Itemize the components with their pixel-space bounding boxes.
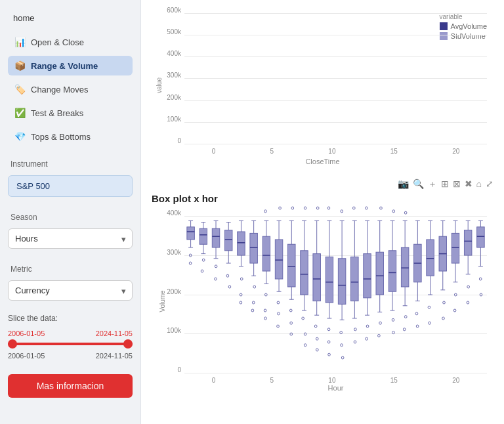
toolbar-zoom-icon[interactable]: 🔍: [413, 179, 424, 190]
date-end-red: 2024-11-05: [96, 329, 133, 337]
bar-chart-container: variable AvgVolume StdVolume value 600k …: [152, 7, 494, 165]
svg-point-97: [327, 207, 330, 209]
svg-point-59: [278, 312, 280, 315]
svg-rect-185: [477, 227, 485, 247]
svg-point-87: [316, 349, 318, 351]
svg-rect-134: [388, 251, 396, 291]
instrument-value[interactable]: S&P 500: [8, 175, 133, 197]
range-slider-track[interactable]: [8, 343, 133, 345]
date-range-values: 2006-01-05 2024-11-05: [8, 352, 133, 360]
svg-point-69: [290, 333, 293, 335]
sidebar: home 📊 Open & Close 📦 Range & Volume 🏷️ …: [0, 0, 141, 424]
svg-point-130: [380, 207, 383, 209]
svg-rect-31: [238, 232, 245, 255]
toolbar-plus-icon[interactable]: ＋: [428, 179, 437, 190]
svg-point-138: [392, 210, 395, 213]
svg-point-152: [415, 312, 418, 315]
svg-rect-126: [376, 252, 384, 295]
svg-point-42: [252, 301, 255, 304]
toolbar-home-icon[interactable]: ⌂: [476, 179, 482, 190]
legend-label-std: StdVolume: [451, 32, 486, 40]
svg-point-58: [277, 301, 280, 304]
svg-point-104: [341, 344, 343, 347]
svg-rect-74: [301, 251, 308, 295]
svg-point-114: [352, 207, 355, 209]
box-chart-x-title: Hour: [184, 384, 487, 392]
legend-color-avg: [440, 22, 448, 30]
svg-point-153: [416, 325, 419, 328]
svg-point-19: [215, 265, 217, 268]
box-chart-toolbar: 📷 🔍 ＋ ⊞ ⊠ ✖ ⌂ ⤢: [152, 179, 494, 190]
sidebar-home-label: home: [8, 11, 133, 26]
svg-point-85: [314, 325, 317, 328]
metric-select-wrapper: Currency Percent Points: [8, 280, 133, 301]
sidebar-item-range-volume[interactable]: 📦 Range & Volume: [8, 56, 133, 75]
svg-point-128: [379, 322, 382, 324]
sidebar-item-change-moves[interactable]: 🏷️ Change Moves: [8, 79, 133, 99]
toolbar-expand-icon[interactable]: ⤢: [486, 179, 494, 190]
mas-informacion-button[interactable]: Mas informacion: [8, 374, 133, 398]
range-volume-icon: 📦: [14, 60, 26, 71]
legend-title: variable: [440, 13, 487, 20]
legend-color-std: [440, 32, 448, 40]
date-start-red: 2006-01-05: [8, 329, 45, 337]
svg-point-13: [201, 270, 203, 272]
range-slider-fill: [8, 343, 133, 345]
bar-chart-legend: variable AvgVolume StdVolume: [440, 13, 487, 42]
svg-point-26: [226, 274, 229, 277]
svg-point-129: [378, 334, 381, 337]
svg-rect-56: [275, 240, 283, 279]
slice-label: Slice the data:: [8, 314, 133, 323]
change-moves-icon: 🏷️: [14, 84, 26, 95]
season-select[interactable]: Hours Days Weeks Months: [8, 228, 133, 249]
svg-point-60: [277, 325, 280, 328]
svg-point-144: [404, 316, 407, 318]
svg-rect-118: [364, 254, 371, 298]
box-plot-area: Volume 400k 300k 200k 100k 0: [152, 209, 494, 393]
svg-point-94: [327, 328, 330, 331]
svg-point-112: [354, 328, 357, 331]
svg-point-160: [429, 322, 431, 324]
box-chart-container: Box plot x hor Volume 400k 300k 200k 100…: [152, 193, 494, 393]
svg-point-106: [341, 210, 343, 213]
svg-point-12: [202, 259, 205, 261]
sidebar-item-tops-bottoms[interactable]: 💎 Tops & Bottoms: [8, 127, 133, 146]
svg-rect-92: [326, 257, 333, 303]
sidebar-item-open-close-label: Open & Close: [31, 37, 84, 47]
toolbar-camera-icon[interactable]: 📷: [398, 179, 409, 190]
legend-item-avgvolume: AvgVolume: [440, 22, 487, 30]
tops-bottoms-icon: 💎: [14, 131, 26, 142]
svg-point-49: [264, 293, 267, 296]
range-slider-thumb-right[interactable]: [123, 339, 133, 349]
legend-label-avg: AvgVolume: [451, 22, 487, 30]
svg-point-180: [467, 286, 470, 288]
svg-point-145: [403, 328, 406, 331]
svg-point-68: [290, 322, 293, 324]
range-slider-thumb-left[interactable]: [8, 339, 17, 349]
svg-point-86: [316, 337, 318, 340]
sidebar-item-test-breaks-label: Test & Breaks: [31, 108, 83, 118]
sidebar-item-range-volume-label: Range & Volume: [31, 61, 98, 71]
svg-point-50: [264, 309, 266, 312]
svg-point-120: [366, 325, 369, 328]
svg-point-96: [328, 353, 331, 356]
metric-select[interactable]: Currency Percent Points: [8, 280, 133, 301]
svg-point-78: [304, 344, 306, 347]
toolbar-select-icon[interactable]: ⊠: [453, 179, 461, 190]
toolbar-box-icon[interactable]: ⊞: [441, 179, 449, 190]
svg-point-167: [442, 317, 445, 320]
svg-point-6: [189, 262, 192, 265]
svg-point-173: [454, 293, 457, 296]
svg-rect-171: [452, 233, 459, 263]
svg-point-188: [480, 293, 482, 296]
box-plot-y-axis: 400k 300k 200k 100k 0: [152, 209, 184, 373]
sidebar-item-test-breaks[interactable]: ✅ Test & Breaks: [8, 103, 133, 123]
season-section-label: Season: [8, 213, 133, 222]
svg-point-41: [253, 286, 256, 288]
sidebar-item-open-close[interactable]: 📊 Open & Close: [8, 32, 133, 52]
box-plot-x-inner: 0 5 10 15 20: [184, 377, 487, 384]
toolbar-cross-icon[interactable]: ✖: [465, 179, 472, 190]
svg-rect-47: [262, 236, 270, 271]
svg-rect-10: [200, 228, 207, 244]
svg-point-166: [443, 301, 446, 304]
